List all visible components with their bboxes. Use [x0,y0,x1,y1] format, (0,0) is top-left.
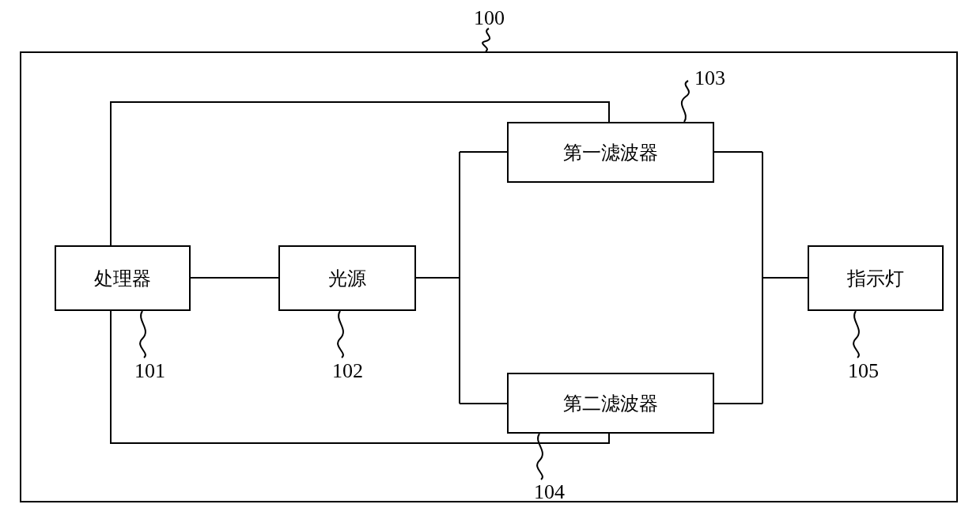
block-indicator: 指示灯 [808,245,944,311]
block-filter2: 第二滤波器 [507,373,714,434]
block-indicator-label: 指示灯 [847,266,904,291]
ref-102: 102 [332,359,363,383]
block-filter1-label: 第一滤波器 [563,140,658,165]
block-filter2-label: 第二滤波器 [563,391,658,416]
ref-103: 103 [694,66,725,90]
diagram-canvas: 100 [0,0,980,527]
block-processor-label: 处理器 [94,266,151,291]
block-light-source-label: 光源 [328,266,366,291]
block-processor: 处理器 [55,245,191,311]
ref-104: 104 [534,480,565,504]
ref-105: 105 [848,359,879,383]
ref-101: 101 [134,359,165,383]
block-light-source: 光源 [278,245,416,311]
block-filter1: 第一滤波器 [507,122,714,183]
ref-overall: 100 [474,6,505,30]
